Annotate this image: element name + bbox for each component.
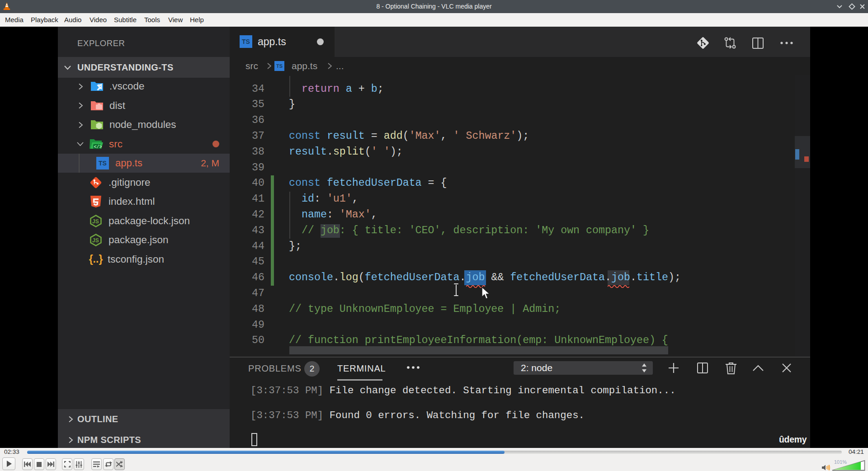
svg-text:JS: JS <box>92 237 99 244</box>
svg-text:JS: JS <box>92 218 99 225</box>
svg-text:</>: </> <box>94 145 102 150</box>
